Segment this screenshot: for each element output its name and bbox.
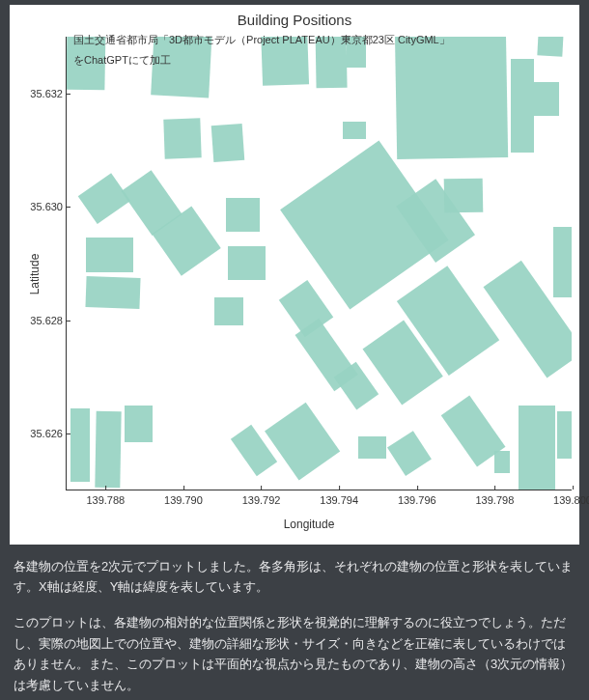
building-polygon <box>511 59 534 153</box>
chart-container: Building Positions 国土交通省都市局「3D都市モデル（Proj… <box>10 5 579 545</box>
y-tick-label: 35.628 <box>30 311 63 328</box>
description-block: 各建物の位置を2次元でプロットしました。各多角形は、それぞれの建物の位置と形状を… <box>0 556 589 696</box>
x-tick-label: 139.792 <box>242 491 281 509</box>
building-polygon <box>557 411 572 460</box>
chart-annotation: 国土交通省都市局「3D都市モデル（Project PLATEAU）東京都23区 … <box>73 30 450 70</box>
annotation-line-1: 国土交通省都市局「3D都市モデル（Project PLATEAU）東京都23区 … <box>73 30 450 50</box>
building-polygon <box>163 118 202 158</box>
description-paragraph-1: 各建物の位置を2次元でプロットしました。各多角形は、それぞれの建物の位置と形状を… <box>14 556 575 598</box>
building-polygon <box>214 297 243 325</box>
building-polygon <box>343 122 366 139</box>
description-paragraph-2: このプロットは、各建物の相対的な位置関係と形状を視覚的に理解するのに役立つでしょ… <box>14 612 575 695</box>
building-polygon <box>228 246 265 280</box>
y-tick-label: 35.630 <box>30 198 63 215</box>
building-polygon <box>553 227 572 297</box>
building-polygon <box>387 431 432 476</box>
x-tick-label: 139.798 <box>475 491 514 509</box>
x-tick-label: 139.794 <box>320 491 358 509</box>
x-tick-label: 139.800 <box>553 491 589 509</box>
x-tick-label: 139.790 <box>164 491 203 509</box>
x-tick-label: 139.788 <box>86 491 125 509</box>
building-polygon <box>211 124 245 162</box>
building-polygon <box>494 451 510 474</box>
building-polygon <box>70 408 90 482</box>
building-polygon <box>86 276 142 309</box>
building-polygon <box>226 198 259 232</box>
x-ticks: 139.788139.790139.792139.794139.796139.7… <box>67 491 572 507</box>
y-tick-label: 35.626 <box>30 425 63 442</box>
plot-area: 35.62635.62835.63035.632 139.788139.7901… <box>66 37 572 490</box>
building-polygon <box>78 173 131 224</box>
building-polygon <box>96 410 123 488</box>
building-polygon <box>125 406 152 442</box>
building-polygon <box>358 436 385 460</box>
annotation-line-2: をChatGPTにて加工 <box>73 50 450 70</box>
x-tick-label: 139.796 <box>398 491 436 509</box>
building-polygon <box>534 82 559 116</box>
building-polygon <box>265 402 340 480</box>
y-ticks: 35.62635.62835.63035.632 <box>20 37 63 490</box>
chart-title: Building Positions <box>10 5 579 33</box>
building-polygon <box>537 37 564 57</box>
buildings-layer <box>67 37 572 490</box>
building-polygon <box>86 238 132 271</box>
building-polygon <box>519 406 555 490</box>
y-tick-label: 35.632 <box>30 84 63 101</box>
building-polygon <box>444 178 484 212</box>
